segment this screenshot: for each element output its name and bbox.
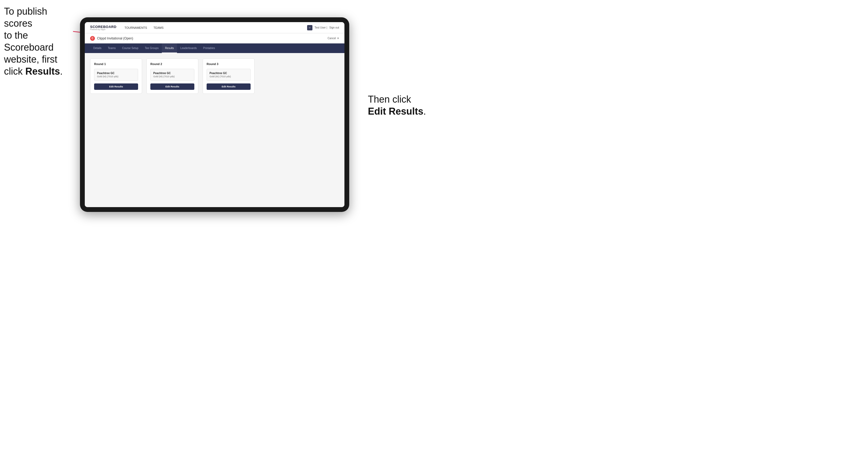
nav-tournaments[interactable]: TOURNAMENTS	[124, 25, 147, 30]
round-3-card: Round 3 Peachtree GC Gold (M) (7010 yds)…	[203, 58, 255, 94]
round-2-course-name: Peachtree GC	[153, 72, 191, 75]
sign-out-link[interactable]: Sign out	[329, 26, 339, 29]
sub-nav: Details Teams Course Setup Tee Groups Re…	[85, 43, 344, 53]
round-2-course-details: Gold (M) (7010 yds)	[153, 75, 191, 78]
instruction-left: To publish scores to the Scoreboard webs…	[4, 5, 73, 77]
rounds-grid: Round 1 Peachtree GC Gold (M) (7010 yds)…	[90, 58, 339, 94]
tablet-frame: SCOREBOARD Powered by clippd TOURNAMENTS…	[80, 17, 349, 212]
round-3-course-details: Gold (M) (7010 yds)	[210, 75, 248, 78]
round-2-course-card: Peachtree GC Gold (M) (7010 yds)	[150, 69, 194, 81]
logo-sub: Powered by clippd	[90, 29, 117, 30]
logo-text: SCOREBOARD	[90, 25, 117, 29]
tab-details[interactable]: Details	[90, 43, 105, 53]
nav-teams[interactable]: TEAMS	[154, 25, 164, 30]
tab-results[interactable]: Results	[162, 43, 177, 53]
tournament-header: C Clippd Invitational (Open) Cancel ✕	[85, 33, 344, 43]
cancel-button[interactable]: Cancel ✕	[328, 37, 339, 40]
user-name: Test User |	[315, 26, 328, 29]
top-nav: SCOREBOARD Powered by clippd TOURNAMENTS…	[85, 22, 344, 33]
round-1-course-name: Peachtree GC	[97, 72, 135, 75]
round-1-card: Round 1 Peachtree GC Gold (M) (7010 yds)…	[90, 58, 142, 94]
tab-leaderboards[interactable]: Leaderboards	[177, 43, 200, 53]
user-avatar: U	[307, 25, 312, 30]
tab-course-setup[interactable]: Course Setup	[119, 43, 142, 53]
nav-links: TOURNAMENTS TEAMS	[124, 25, 307, 30]
tab-tee-groups[interactable]: Tee Groups	[142, 43, 162, 53]
tournament-icon: C	[90, 36, 95, 41]
round-1-title: Round 1	[94, 62, 138, 66]
tablet-screen: SCOREBOARD Powered by clippd TOURNAMENTS…	[85, 22, 344, 207]
main-content: Round 1 Peachtree GC Gold (M) (7010 yds)…	[85, 53, 344, 207]
tournament-name: Clippd Invitational (Open)	[97, 36, 328, 40]
edit-results-round-3[interactable]: Edit Results	[207, 84, 251, 90]
round-3-course-name: Peachtree GC	[210, 72, 248, 75]
instruction-right: Then click Edit Results.	[368, 93, 426, 117]
logo-area: SCOREBOARD Powered by clippd	[90, 25, 117, 30]
round-1-course-details: Gold (M) (7010 yds)	[97, 75, 135, 78]
edit-results-round-2[interactable]: Edit Results	[150, 84, 194, 90]
edit-results-round-1[interactable]: Edit Results	[94, 84, 138, 90]
round-3-title: Round 3	[207, 62, 251, 66]
round-2-card: Round 2 Peachtree GC Gold (M) (7010 yds)…	[146, 58, 198, 94]
tab-teams[interactable]: Teams	[105, 43, 119, 53]
round-2-title: Round 2	[150, 62, 194, 66]
nav-right: U Test User | Sign out	[307, 25, 339, 30]
round-1-course-card: Peachtree GC Gold (M) (7010 yds)	[94, 69, 138, 81]
tab-printables[interactable]: Printables	[200, 43, 218, 53]
round-3-course-card: Peachtree GC Gold (M) (7010 yds)	[207, 69, 251, 81]
